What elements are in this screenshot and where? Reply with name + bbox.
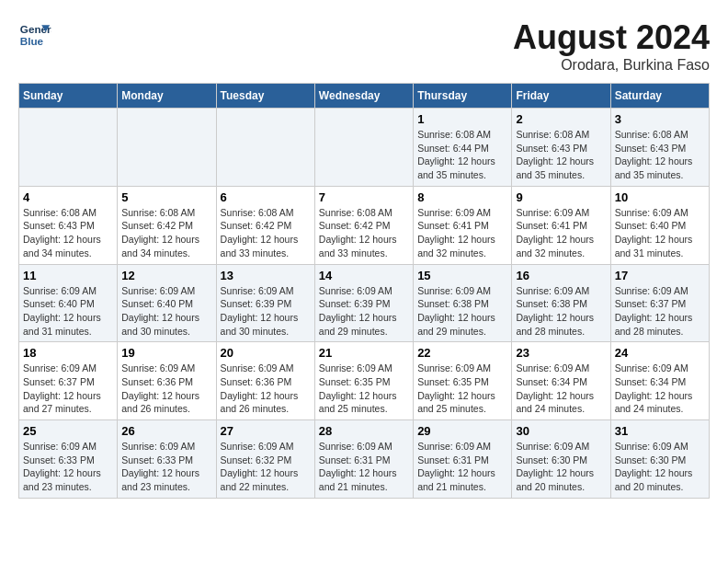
logo: General Blue bbox=[18, 18, 51, 52]
day-cell: 31Sunrise: 6:09 AM Sunset: 6:30 PM Dayli… bbox=[610, 420, 709, 499]
day-number: 19 bbox=[121, 346, 211, 360]
day-number: 7 bbox=[319, 190, 409, 204]
day-number: 10 bbox=[615, 190, 705, 204]
day-number: 25 bbox=[23, 424, 113, 438]
day-cell: 15Sunrise: 6:09 AM Sunset: 6:38 PM Dayli… bbox=[414, 264, 512, 342]
day-info: Sunrise: 6:09 AM Sunset: 6:34 PM Dayligh… bbox=[615, 362, 705, 416]
week-row-3: 11Sunrise: 6:09 AM Sunset: 6:40 PM Dayli… bbox=[19, 264, 710, 342]
col-header-tuesday: Tuesday bbox=[216, 84, 314, 109]
day-number: 6 bbox=[221, 190, 311, 204]
day-info: Sunrise: 6:09 AM Sunset: 6:34 PM Dayligh… bbox=[516, 362, 606, 416]
day-cell bbox=[314, 109, 413, 187]
day-info: Sunrise: 6:09 AM Sunset: 6:38 PM Dayligh… bbox=[516, 284, 606, 339]
day-info: Sunrise: 6:08 AM Sunset: 6:42 PM Dayligh… bbox=[319, 206, 409, 260]
day-number: 1 bbox=[417, 112, 507, 126]
col-header-thursday: Thursday bbox=[414, 84, 512, 109]
day-cell: 20Sunrise: 6:09 AM Sunset: 6:36 PM Dayli… bbox=[216, 342, 314, 420]
col-header-friday: Friday bbox=[512, 84, 610, 109]
day-number: 4 bbox=[23, 190, 113, 204]
day-cell: 30Sunrise: 6:09 AM Sunset: 6:30 PM Dayli… bbox=[512, 420, 610, 499]
day-number: 26 bbox=[121, 424, 211, 438]
day-info: Sunrise: 6:09 AM Sunset: 6:41 PM Dayligh… bbox=[516, 206, 606, 260]
day-info: Sunrise: 6:09 AM Sunset: 6:35 PM Dayligh… bbox=[319, 362, 409, 416]
day-info: Sunrise: 6:09 AM Sunset: 6:30 PM Dayligh… bbox=[516, 440, 606, 494]
day-info: Sunrise: 6:09 AM Sunset: 6:32 PM Dayligh… bbox=[221, 440, 311, 494]
day-info: Sunrise: 6:09 AM Sunset: 6:37 PM Dayligh… bbox=[615, 284, 705, 339]
day-info: Sunrise: 6:09 AM Sunset: 6:30 PM Dayligh… bbox=[615, 440, 705, 494]
subtitle: Orodara, Burkina Faso bbox=[513, 57, 710, 74]
day-info: Sunrise: 6:09 AM Sunset: 6:40 PM Dayligh… bbox=[121, 284, 211, 339]
day-number: 13 bbox=[221, 269, 311, 282]
col-header-sunday: Sunday bbox=[19, 84, 118, 109]
day-cell: 3Sunrise: 6:08 AM Sunset: 6:43 PM Daylig… bbox=[610, 109, 709, 187]
day-number: 8 bbox=[417, 190, 507, 204]
day-cell: 12Sunrise: 6:09 AM Sunset: 6:40 PM Dayli… bbox=[118, 264, 216, 342]
day-number: 17 bbox=[615, 269, 705, 282]
day-info: Sunrise: 6:09 AM Sunset: 6:41 PM Dayligh… bbox=[417, 206, 507, 260]
day-number: 11 bbox=[23, 269, 113, 282]
day-number: 28 bbox=[319, 424, 409, 438]
day-cell: 24Sunrise: 6:09 AM Sunset: 6:34 PM Dayli… bbox=[610, 342, 709, 420]
main-title: August 2024 bbox=[513, 18, 710, 57]
day-cell: 17Sunrise: 6:09 AM Sunset: 6:37 PM Dayli… bbox=[610, 264, 709, 342]
day-number: 12 bbox=[121, 269, 211, 282]
day-info: Sunrise: 6:09 AM Sunset: 6:33 PM Dayligh… bbox=[23, 440, 113, 494]
day-info: Sunrise: 6:09 AM Sunset: 6:31 PM Dayligh… bbox=[417, 440, 507, 494]
day-info: Sunrise: 6:08 AM Sunset: 6:43 PM Dayligh… bbox=[516, 128, 606, 182]
day-info: Sunrise: 6:08 AM Sunset: 6:43 PM Dayligh… bbox=[615, 128, 705, 182]
day-cell: 25Sunrise: 6:09 AM Sunset: 6:33 PM Dayli… bbox=[19, 420, 118, 499]
day-info: Sunrise: 6:08 AM Sunset: 6:44 PM Dayligh… bbox=[417, 128, 507, 182]
day-cell: 29Sunrise: 6:09 AM Sunset: 6:31 PM Dayli… bbox=[414, 420, 512, 499]
day-number: 9 bbox=[516, 190, 606, 204]
header: General Blue August 2024 Orodara, Burkin… bbox=[18, 18, 710, 74]
week-row-4: 18Sunrise: 6:09 AM Sunset: 6:37 PM Dayli… bbox=[19, 342, 710, 420]
day-number: 2 bbox=[516, 112, 606, 126]
day-number: 14 bbox=[319, 269, 409, 282]
day-cell bbox=[216, 109, 314, 187]
day-number: 30 bbox=[516, 424, 606, 438]
day-cell: 16Sunrise: 6:09 AM Sunset: 6:38 PM Dayli… bbox=[512, 264, 610, 342]
logo-icon: General Blue bbox=[18, 18, 51, 52]
day-info: Sunrise: 6:08 AM Sunset: 6:42 PM Dayligh… bbox=[121, 206, 211, 260]
day-info: Sunrise: 6:09 AM Sunset: 6:38 PM Dayligh… bbox=[417, 284, 507, 339]
day-number: 21 bbox=[319, 346, 409, 360]
day-cell: 21Sunrise: 6:09 AM Sunset: 6:35 PM Dayli… bbox=[314, 342, 413, 420]
day-cell: 8Sunrise: 6:09 AM Sunset: 6:41 PM Daylig… bbox=[414, 186, 512, 264]
day-cell: 27Sunrise: 6:09 AM Sunset: 6:32 PM Dayli… bbox=[216, 420, 314, 499]
day-number: 27 bbox=[221, 424, 311, 438]
day-cell: 26Sunrise: 6:09 AM Sunset: 6:33 PM Dayli… bbox=[118, 420, 216, 499]
day-number: 24 bbox=[615, 346, 705, 360]
day-number: 16 bbox=[516, 269, 606, 282]
day-cell: 7Sunrise: 6:08 AM Sunset: 6:42 PM Daylig… bbox=[314, 186, 413, 264]
day-cell: 4Sunrise: 6:08 AM Sunset: 6:43 PM Daylig… bbox=[19, 186, 118, 264]
day-number: 18 bbox=[23, 346, 113, 360]
day-cell: 18Sunrise: 6:09 AM Sunset: 6:37 PM Dayli… bbox=[19, 342, 118, 420]
day-number: 3 bbox=[615, 112, 705, 126]
col-header-monday: Monday bbox=[118, 84, 216, 109]
day-cell: 11Sunrise: 6:09 AM Sunset: 6:40 PM Dayli… bbox=[19, 264, 118, 342]
day-cell: 23Sunrise: 6:09 AM Sunset: 6:34 PM Dayli… bbox=[512, 342, 610, 420]
day-number: 20 bbox=[221, 346, 311, 360]
day-info: Sunrise: 6:09 AM Sunset: 6:31 PM Dayligh… bbox=[319, 440, 409, 494]
day-info: Sunrise: 6:09 AM Sunset: 6:40 PM Dayligh… bbox=[23, 284, 113, 339]
day-cell: 9Sunrise: 6:09 AM Sunset: 6:41 PM Daylig… bbox=[512, 186, 610, 264]
day-number: 15 bbox=[417, 269, 507, 282]
day-info: Sunrise: 6:09 AM Sunset: 6:33 PM Dayligh… bbox=[121, 440, 211, 494]
svg-text:Blue: Blue bbox=[20, 35, 44, 47]
day-cell bbox=[19, 109, 118, 187]
day-number: 23 bbox=[516, 346, 606, 360]
day-number: 29 bbox=[417, 424, 507, 438]
header-row: SundayMondayTuesdayWednesdayThursdayFrid… bbox=[19, 84, 710, 109]
day-number: 5 bbox=[121, 190, 211, 204]
week-row-2: 4Sunrise: 6:08 AM Sunset: 6:43 PM Daylig… bbox=[19, 186, 710, 264]
day-cell: 22Sunrise: 6:09 AM Sunset: 6:35 PM Dayli… bbox=[414, 342, 512, 420]
title-area: August 2024 Orodara, Burkina Faso bbox=[513, 18, 710, 74]
col-header-wednesday: Wednesday bbox=[314, 84, 413, 109]
week-row-1: 1Sunrise: 6:08 AM Sunset: 6:44 PM Daylig… bbox=[19, 109, 710, 187]
day-cell: 28Sunrise: 6:09 AM Sunset: 6:31 PM Dayli… bbox=[314, 420, 413, 499]
day-cell: 1Sunrise: 6:08 AM Sunset: 6:44 PM Daylig… bbox=[414, 109, 512, 187]
day-info: Sunrise: 6:09 AM Sunset: 6:36 PM Dayligh… bbox=[121, 362, 211, 416]
day-cell: 2Sunrise: 6:08 AM Sunset: 6:43 PM Daylig… bbox=[512, 109, 610, 187]
day-cell: 14Sunrise: 6:09 AM Sunset: 6:39 PM Dayli… bbox=[314, 264, 413, 342]
calendar-table: SundayMondayTuesdayWednesdayThursdayFrid… bbox=[18, 83, 710, 499]
